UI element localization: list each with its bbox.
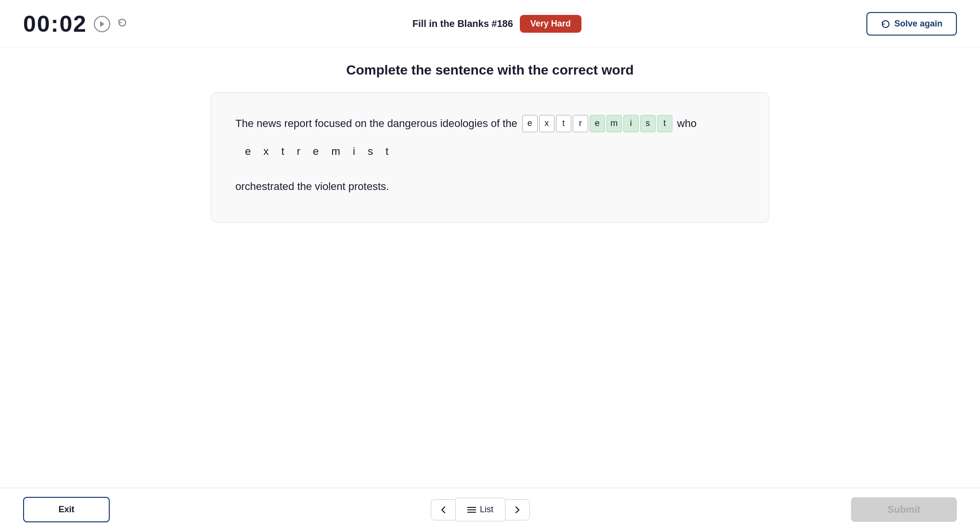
sentence-before-text: The news report focused on the dangerous… [235, 112, 517, 135]
timer-play-button[interactable] [94, 16, 110, 32]
letter-box-t2: t [657, 115, 672, 132]
main-content: Complete the sentence with the correct w… [0, 48, 980, 488]
sentence-second-line: orchestrated the violent protests. [235, 175, 745, 198]
bottom-bar: Exit List Submit [0, 488, 980, 531]
letter-box-e1: e [522, 115, 538, 132]
letter-box-e2: e [590, 115, 605, 132]
letter-box-x: x [539, 115, 554, 132]
letter-box-s: s [640, 115, 656, 132]
answer-hint: e x t r e m i s t [235, 140, 745, 163]
timer-section: 00:02 [23, 11, 128, 37]
list-icon [467, 506, 476, 513]
submit-button[interactable]: Submit [851, 497, 957, 522]
exit-button[interactable]: Exit [23, 497, 110, 522]
difficulty-badge: Very Hard [520, 15, 581, 33]
timer-reset-button[interactable] [117, 17, 128, 31]
letter-box-i: i [623, 115, 639, 132]
sentence-card: The news report focused on the dangerous… [211, 92, 769, 223]
sentence-first-line: The news report focused on the dangerous… [235, 112, 745, 135]
letter-box-r: r [573, 115, 588, 132]
refresh-icon [881, 19, 890, 29]
puzzle-title: Fill in the Blanks #186 [413, 18, 513, 29]
list-button[interactable]: List [456, 498, 505, 521]
nav-section: List [431, 498, 530, 521]
list-label: List [480, 505, 493, 515]
instruction-heading: Complete the sentence with the correct w… [346, 63, 633, 78]
next-button[interactable] [505, 499, 530, 520]
title-section: Fill in the Blanks #186 Very Hard [413, 15, 581, 33]
letter-box-m: m [606, 115, 622, 132]
top-bar: 00:02 Fill in the Blanks #186 Very Hard … [0, 0, 980, 48]
solve-again-button[interactable]: Solve again [866, 12, 957, 36]
letter-box-t1: t [556, 115, 571, 132]
sentence-after-text: who [677, 112, 696, 135]
timer-display: 00:02 [23, 11, 87, 37]
prev-button[interactable] [431, 499, 456, 520]
answer-letter-boxes: e x t r e m i s t [522, 115, 672, 132]
